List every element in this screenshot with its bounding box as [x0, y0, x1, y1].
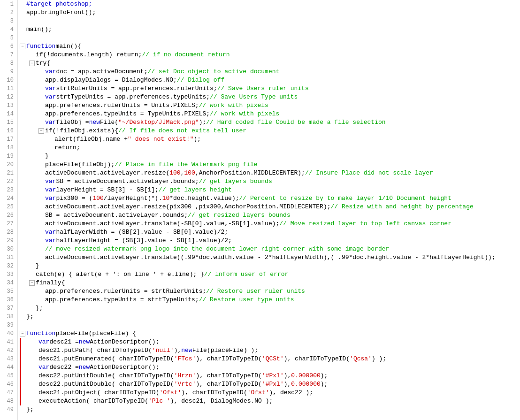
code-line: app.displayDialogs = DialogModes.NO; // …: [20, 76, 520, 84]
collapse-button[interactable]: −: [20, 44, 25, 49]
code-token: };: [36, 304, 43, 313]
code-line: var halfLayerWidth = (SB[2].value - SB[0…: [20, 228, 520, 237]
code-line: activeDocument.activeLayer.translate((.9…: [20, 253, 520, 262]
code-line: return;: [20, 144, 520, 152]
code-comment: // get resized layers bounds: [188, 211, 290, 220]
line-number: 41: [2, 338, 14, 346]
code-token: doc = app.activeDocument;: [56, 68, 147, 76]
line-number: 37: [2, 304, 14, 313]
code-token: ), charIDToTypeID(: [196, 355, 261, 363]
code-token: var: [45, 68, 56, 76]
line-number: 30: [2, 245, 14, 253]
code-token: ) );: [372, 355, 386, 363]
code-token: SB = activeDocument.activeLayer.bounds;: [45, 211, 188, 220]
modified-indicator: [20, 380, 21, 389]
code-token: new: [79, 363, 90, 372]
code-token: app.preferences.rulerUnits = Units.PIXEL…: [45, 101, 199, 110]
code-token: }: [45, 152, 49, 160]
code-line: activeDocument.activeLayer.resize(pix300…: [20, 203, 520, 211]
code-content[interactable]: #target photoshop;app.bringToFront();mai…: [18, 0, 520, 420]
code-token: ),: [284, 372, 291, 380]
line-number: 32: [2, 262, 14, 270]
code-token: app.bringToFront();: [26, 8, 96, 17]
code-comment: // If file does not exits tell user: [118, 127, 246, 135]
collapse-button[interactable]: −: [29, 61, 35, 66]
collapse-button[interactable]: −: [29, 280, 35, 286]
code-comment: // set Doc object to active document: [147, 68, 279, 76]
code-line: };: [20, 304, 520, 313]
code-token: ActionDescriptor();: [90, 363, 159, 372]
code-line: var doc = app.activeDocument; // set Doc…: [20, 68, 520, 76]
code-token: function: [26, 42, 55, 51]
code-token: SB = activeDocument.activeLayer.bounds;: [56, 177, 199, 186]
line-number: 1: [2, 0, 14, 8]
code-comment: // Resize with and height by percentage: [331, 203, 474, 211]
code-token: new: [89, 118, 100, 127]
code-token: 100: [92, 194, 103, 203]
line-number: 15: [2, 118, 14, 127]
code-comment: // Move resized layer to top left canvas…: [279, 220, 451, 228]
code-token: 'FTcs': [174, 355, 196, 363]
code-comment: // work with pixels: [199, 101, 268, 110]
code-token: 'Ofst': [247, 389, 269, 397]
code-line: #target photoshop;: [20, 0, 520, 8]
code-token: var: [38, 338, 49, 346]
code-token: 'Ofst': [159, 389, 181, 397]
code-line: executeAction( charIDToTypeID('Plc '), d…: [20, 397, 520, 405]
line-number: 21: [2, 169, 14, 177]
line-number: 45: [2, 372, 14, 380]
collapse-button[interactable]: −: [38, 128, 44, 134]
code-token: ), charIDToTypeID(: [196, 380, 261, 389]
modified-indicator: [20, 372, 21, 380]
code-comment: // Save Users ruler units: [217, 84, 309, 93]
line-number: 22: [2, 177, 14, 186]
code-line: // move resized watermark png logo into …: [20, 245, 520, 253]
line-number: 46: [2, 380, 14, 389]
line-number: 2: [2, 8, 14, 17]
line-number: 38: [2, 313, 14, 321]
line-number: 47: [2, 389, 14, 397]
code-line: }: [20, 152, 520, 160]
code-comment: // Insure Place did not scale layer: [305, 169, 433, 177]
code-comment: // Save Users Type units: [210, 93, 298, 101]
line-number: 18: [2, 144, 14, 152]
code-token: catch(e) { alert(e + ': on line ' + e.li…: [36, 270, 204, 279]
line-numbers: 1234567891011121314151617181920212223242…: [0, 0, 18, 420]
code-token: activeDocument.activeLayer.translate((.9…: [45, 253, 496, 262]
line-number: 17: [2, 135, 14, 144]
code-token: desc22 =: [49, 363, 78, 372]
code-token: strtTypeUnits = app.preferences.typeUnit…: [56, 93, 210, 101]
code-line: desc22.putUnitDouble( charIDToTypeID('Hr…: [20, 372, 520, 380]
code-comment: // get layers bounds: [199, 177, 272, 186]
code-token: if(!documents.length) return;: [36, 51, 142, 59]
code-token: 'null': [152, 346, 174, 355]
code-comment: // get layers height: [159, 186, 232, 194]
code-token: finally{: [36, 279, 65, 287]
line-number: 35: [2, 287, 14, 296]
code-line: [20, 321, 520, 329]
code-line: activeDocument.activeLayer.translate(-SB…: [20, 220, 520, 228]
code-token: app.preferences.typeUnits = TypeUnits.PI…: [45, 110, 210, 118]
code-token: layerHeight = SB[3] - SB[1];: [56, 186, 158, 194]
collapse-button[interactable]: −: [20, 331, 25, 336]
code-token: #target photoshop;: [26, 0, 92, 8]
code-token: pix300 = (: [56, 194, 92, 203]
code-token: desc22.putUnitDouble( charIDToTypeID(: [38, 372, 174, 380]
modified-indicator: [20, 355, 21, 363]
code-token: var: [45, 84, 56, 93]
code-line: }: [20, 262, 520, 270]
line-number: 7: [2, 51, 14, 59]
code-token: placeFile(placeFile) {: [55, 329, 136, 338]
code-token: };: [26, 405, 34, 414]
code-token: desc21 =: [49, 338, 78, 346]
line-number: 14: [2, 110, 14, 118]
code-line: [20, 17, 520, 25]
code-line: var layerHeight = SB[3] - SB[1]; // get …: [20, 186, 520, 194]
code-token: ,AnchorPosition.MIDDLECENTER);: [195, 169, 305, 177]
code-line: };: [20, 313, 520, 321]
modified-indicator: [20, 346, 21, 355]
line-number: 48: [2, 397, 14, 405]
code-line: var pix300 = (100/layerHeight)*(.10*doc.…: [20, 194, 520, 203]
code-line: desc21.putObject( charIDToTypeID('Ofst')…: [20, 389, 520, 397]
code-token: 10: [162, 194, 170, 203]
